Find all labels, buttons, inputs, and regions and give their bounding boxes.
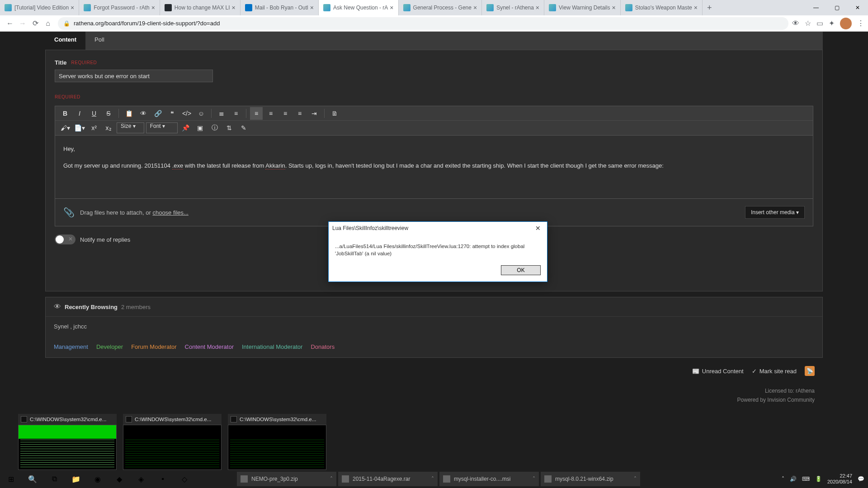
task-view-button[interactable]: ⧉ bbox=[43, 470, 65, 488]
discord-icon[interactable]: ◈ bbox=[130, 470, 152, 488]
close-icon[interactable]: × bbox=[612, 4, 615, 11]
size-select[interactable]: Size ▾ bbox=[117, 122, 144, 133]
align-justify-button[interactable]: ≡ bbox=[293, 107, 306, 120]
font-select[interactable]: Font ▾ bbox=[146, 122, 178, 133]
taskbar-app-0[interactable]: NEMO-pre_3p0.zip˄ bbox=[237, 472, 336, 486]
task-preview-1[interactable]: C:\WINDOWS\system32\cmd.e... bbox=[123, 414, 222, 470]
tab-1[interactable]: Forgot Password - rAth× bbox=[79, 0, 160, 15]
indent-button[interactable]: ⇥ bbox=[308, 107, 321, 120]
tab-2[interactable]: How to change MAX LI× bbox=[160, 0, 241, 15]
notify-toggle[interactable]: ✕ bbox=[55, 235, 75, 244]
extensions-icon[interactable]: ✦ bbox=[829, 19, 835, 28]
minimize-icon[interactable]: — bbox=[806, 0, 826, 15]
close-icon[interactable]: × bbox=[390, 4, 393, 11]
tab-3[interactable]: Mail - Bob Ryan - Outl× bbox=[241, 0, 319, 15]
unread-content-link[interactable]: 📰 Unread Content bbox=[692, 368, 744, 375]
rss-icon[interactable]: 📡 bbox=[805, 366, 815, 376]
close-icon[interactable]: × bbox=[310, 4, 314, 11]
menu-icon[interactable]: ⋮ bbox=[857, 19, 864, 28]
preview-button[interactable]: 👁 bbox=[137, 107, 150, 120]
olist-button[interactable]: ≡ bbox=[230, 107, 242, 120]
taskbar-app-3[interactable]: mysql-8.0.21-winx64.zip˄ bbox=[541, 472, 640, 486]
copy-button[interactable]: 📋 bbox=[123, 107, 135, 120]
bold-button[interactable]: B bbox=[59, 107, 71, 120]
volume-icon[interactable]: 🔊 bbox=[790, 476, 797, 482]
chevron-up-icon[interactable]: ˄ bbox=[634, 476, 637, 482]
app2-icon[interactable]: ◇ bbox=[174, 470, 195, 488]
cmd-taskbar-icon[interactable]: ▪ bbox=[152, 470, 174, 488]
dialog-ok-button[interactable]: OK bbox=[501, 265, 541, 275]
clock[interactable]: 22:47 2020/08/14 bbox=[827, 473, 852, 485]
chevron-up-icon[interactable]: ˄ bbox=[431, 476, 434, 482]
chevron-up-icon[interactable]: ˄ bbox=[330, 476, 333, 482]
dialog-close-icon[interactable]: ✕ bbox=[533, 224, 543, 233]
editor-body[interactable]: Hey, Got my server up and running. 20151… bbox=[55, 136, 813, 199]
chevron-up-icon[interactable]: ˄ bbox=[533, 476, 535, 482]
tab-8[interactable]: Stolao's Weapon Maste× bbox=[621, 0, 703, 15]
search-button[interactable]: 🔍 bbox=[22, 470, 43, 488]
merge-button[interactable]: ⇅ bbox=[223, 122, 236, 134]
align-left-button[interactable]: ≡ bbox=[250, 107, 263, 120]
ulist-button[interactable]: ≣ bbox=[215, 107, 228, 120]
pin-button[interactable]: 📌 bbox=[179, 122, 192, 134]
tray-chevron-icon[interactable]: ˄ bbox=[782, 476, 784, 482]
close-icon[interactable]: × bbox=[694, 4, 698, 11]
page-button[interactable]: 🗎 bbox=[328, 107, 341, 120]
highlight-button[interactable]: ✎ bbox=[237, 122, 250, 134]
close-icon[interactable]: × bbox=[473, 4, 477, 11]
forward-button[interactable]: → bbox=[16, 17, 29, 30]
battery-icon[interactable]: 🔋 bbox=[815, 476, 822, 482]
close-icon[interactable]: × bbox=[232, 4, 236, 11]
profile-avatar[interactable] bbox=[840, 18, 852, 29]
square-button[interactable]: ▣ bbox=[194, 122, 207, 134]
eye-off-icon[interactable]: 👁 bbox=[792, 19, 799, 28]
new-tab-button[interactable]: + bbox=[703, 3, 717, 13]
strike-button[interactable]: S bbox=[102, 107, 115, 120]
notifications-icon[interactable]: 💬 bbox=[858, 476, 864, 482]
start-button[interactable]: ⊞ bbox=[0, 470, 22, 488]
align-center-button[interactable]: ≡ bbox=[264, 107, 277, 120]
cast-icon[interactable]: ▭ bbox=[816, 19, 823, 28]
tab-5[interactable]: General Process - Gene× bbox=[399, 0, 482, 15]
superscript-button[interactable]: x² bbox=[88, 122, 100, 134]
tab-6[interactable]: Synel - rAthena× bbox=[482, 0, 544, 15]
title-input[interactable] bbox=[55, 70, 213, 82]
task-preview-0[interactable]: C:\WINDOWS\system32\cmd.e... bbox=[18, 414, 117, 470]
info-button[interactable]: ⓘ bbox=[208, 122, 221, 134]
paste-button[interactable]: 📄▾ bbox=[73, 122, 86, 134]
code-button[interactable]: </> bbox=[180, 107, 193, 120]
tab-0[interactable]: [Tutorial] Video Edition× bbox=[0, 0, 79, 15]
star-icon[interactable]: ☆ bbox=[805, 19, 811, 28]
tab-4[interactable]: Ask New Question - rA× bbox=[319, 0, 399, 15]
task-preview-2[interactable]: C:\WINDOWS\system32\cmd.e... bbox=[228, 414, 326, 470]
align-right-button[interactable]: ≡ bbox=[279, 107, 292, 120]
tab-poll[interactable]: Poll bbox=[85, 32, 113, 50]
close-icon[interactable]: × bbox=[151, 4, 155, 11]
italic-button[interactable]: I bbox=[73, 107, 86, 120]
subscript-button[interactable]: x₂ bbox=[102, 122, 115, 134]
close-icon[interactable]: × bbox=[536, 4, 539, 11]
brush-button[interactable]: 🖌▾ bbox=[59, 122, 71, 134]
quote-button[interactable]: ❝ bbox=[166, 107, 179, 120]
close-icon[interactable]: × bbox=[71, 4, 74, 11]
insert-other-media-button[interactable]: Insert other media ▾ bbox=[745, 206, 805, 219]
taskbar-app-1[interactable]: 2015-11-04aRagexe.rar˄ bbox=[338, 472, 438, 486]
choose-files-link[interactable]: choose files... bbox=[152, 209, 189, 216]
tab-7[interactable]: View Warning Details× bbox=[544, 0, 621, 15]
taskbar-app-2[interactable]: mysql-installer-co....msi˄ bbox=[439, 472, 539, 486]
dialog-titlebar[interactable]: Lua Files\SkillInfoz\skilltreeview ✕ bbox=[329, 222, 547, 235]
mark-read-link[interactable]: ✓ Mark site read bbox=[752, 368, 797, 375]
underline-button[interactable]: U bbox=[88, 107, 100, 120]
lang-icon[interactable]: ⌨ bbox=[802, 476, 810, 482]
emoji-button[interactable]: ☺ bbox=[195, 107, 208, 120]
tab-content[interactable]: Content bbox=[45, 32, 85, 50]
reload-button[interactable]: ⟳ bbox=[29, 17, 42, 30]
home-button[interactable]: ⌂ bbox=[42, 17, 54, 30]
maximize-icon[interactable]: ▢ bbox=[826, 0, 847, 15]
link-button[interactable]: 🔗 bbox=[151, 107, 164, 120]
close-window-icon[interactable]: ✕ bbox=[847, 0, 868, 15]
chrome-icon[interactable]: ◉ bbox=[87, 470, 108, 488]
explorer-icon[interactable]: 📁 bbox=[65, 470, 87, 488]
app-icon[interactable]: ◆ bbox=[108, 470, 130, 488]
url-bar[interactable]: 🔒 rathena.org/board/forum/19-client-side… bbox=[58, 17, 788, 30]
